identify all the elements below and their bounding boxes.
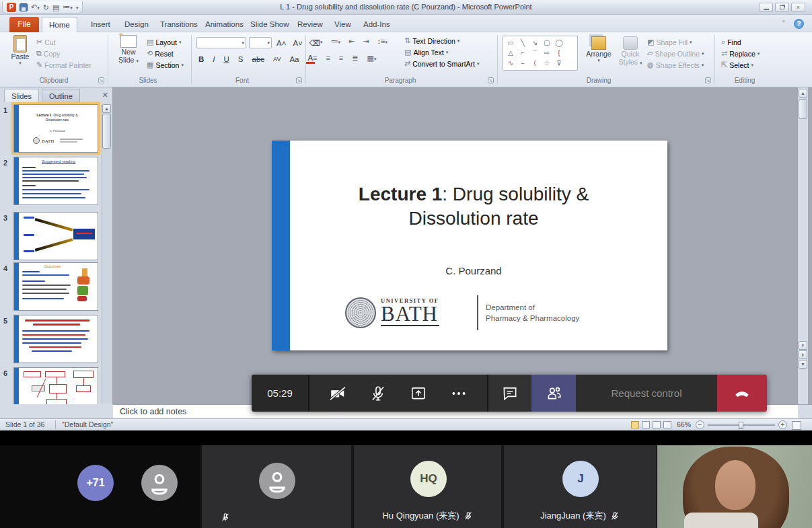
shape-curve-icon[interactable]: ⌒: [529, 48, 541, 58]
panel-close-icon[interactable]: ✕: [102, 91, 108, 100]
slides-panel-scrollbar[interactable]: ▲: [102, 104, 112, 404]
section-button[interactable]: ▦Section▾: [147, 59, 184, 71]
shape-line-icon[interactable]: ╲: [517, 38, 529, 48]
shape-scribble-icon[interactable]: ∿: [505, 58, 517, 68]
tab-review[interactable]: Review: [291, 17, 330, 32]
collapse-ribbon-icon[interactable]: ⌃: [781, 20, 789, 26]
participant-tile-overflow[interactable]: +71: [0, 445, 200, 528]
mic-off-icon[interactable]: [369, 385, 387, 402]
shape-triangle-icon[interactable]: △: [505, 48, 517, 58]
fit-to-window-icon[interactable]: [792, 421, 801, 430]
tab-transitions[interactable]: Transitions: [153, 17, 205, 32]
replace-button[interactable]: ⇌Replace▾: [721, 48, 760, 59]
quick-styles-button[interactable]: Quick Styles ▾: [616, 36, 644, 66]
shape-outline-button[interactable]: ▱Shape Outline▾: [647, 48, 704, 59]
shape-textbox-icon[interactable]: ▭: [505, 38, 517, 48]
shape-elbow-icon[interactable]: ⌐: [517, 48, 529, 58]
decrease-indent-icon[interactable]: ⇤: [347, 37, 356, 46]
shrink-font-button[interactable]: A˅: [291, 39, 304, 47]
close-button[interactable]: ×: [791, 3, 805, 12]
new-slide-button[interactable]: New Slide ▾: [113, 35, 144, 64]
columns-icon[interactable]: ▦▾: [365, 54, 377, 63]
arrange-button[interactable]: Arrange ▾: [583, 36, 615, 63]
align-left-icon[interactable]: ≡: [311, 54, 318, 63]
shape-arc-icon[interactable]: ⌢: [517, 58, 529, 68]
next-slide-icon[interactable]: ⇟: [799, 350, 807, 359]
scroll-thumb[interactable]: [799, 99, 807, 119]
shape-oval-icon[interactable]: ◯: [553, 38, 565, 48]
slide-canvas[interactable]: Lecture 1: Drug solubility & Dissolution…: [272, 141, 667, 350]
copy-button[interactable]: ⧉Copy: [36, 48, 91, 59]
shapes-gallery[interactable]: ▭ ╲ ↘ ▢ ◯ △ ⌐ ⌒ ⇨ { ∿ ⌢ ⟨ ☆ ⊽: [503, 36, 578, 71]
tab-add-ins[interactable]: Add-Ins: [357, 17, 397, 32]
panel-tab-outline[interactable]: Outline: [42, 89, 80, 102]
share-screen-icon[interactable]: [410, 385, 427, 402]
underline-button[interactable]: U: [222, 55, 231, 63]
minimize-button[interactable]: [759, 3, 773, 12]
slide-thumbnail-4[interactable]: Outcomes: [13, 262, 98, 311]
editor-scrollbar[interactable]: ▲ ⇞ ⇟ ▼: [797, 87, 808, 404]
participant-tile-unnamed[interactable]: [200, 445, 351, 528]
slide-thumbnail-2[interactable]: Suggested reading: [13, 157, 98, 205]
scroll-up-icon[interactable]: ▲: [799, 89, 807, 98]
find-button[interactable]: ⌕Find: [721, 36, 760, 48]
font-name-combo[interactable]: ▾: [196, 37, 246, 48]
slide-thumbnail-3[interactable]: [13, 212, 98, 260]
font-size-combo[interactable]: ▾: [249, 37, 272, 48]
request-control-button[interactable]: Request control: [576, 375, 717, 412]
slide-thumbnail-1[interactable]: Lecture 1: Drug solubility & Dissolution…: [13, 104, 98, 153]
paste-button[interactable]: Paste ▾: [7, 35, 34, 66]
line-spacing-icon[interactable]: ↕≡▾: [375, 37, 388, 46]
grow-font-button[interactable]: A˄: [274, 39, 288, 47]
slide-thumbnail-5[interactable]: [13, 315, 98, 363]
normal-view-icon[interactable]: [631, 421, 639, 428]
align-center-icon[interactable]: ≡: [324, 54, 331, 63]
zoom-slider-thumb[interactable]: [739, 422, 743, 429]
text-direction-button[interactable]: ⇅Text Direction▾: [404, 35, 480, 46]
slide-sorter-view-icon[interactable]: [642, 421, 650, 428]
tab-slide-show[interactable]: Slide Show: [244, 17, 296, 32]
font-dialog-launcher[interactable]: ↘: [296, 77, 302, 83]
panel-tab-slides[interactable]: Slides: [4, 89, 39, 102]
drawing-dialog-launcher[interactable]: ↘: [705, 77, 711, 83]
scroll-up-icon[interactable]: ▲: [102, 104, 111, 113]
shape-rectangle-icon[interactable]: ▢: [541, 38, 553, 48]
shapes-more-icon[interactable]: ⊽: [553, 58, 565, 68]
participant-avatar[interactable]: [141, 465, 178, 501]
restore-button[interactable]: [775, 3, 789, 12]
align-text-button[interactable]: ▤Align Text▾: [404, 46, 480, 58]
tab-file[interactable]: File: [9, 17, 39, 32]
text-shadow-button[interactable]: S: [236, 55, 246, 63]
overflow-count-badge[interactable]: +71: [77, 465, 114, 501]
help-icon[interactable]: ?: [794, 19, 804, 29]
bold-button[interactable]: B: [196, 55, 206, 63]
scroll-thumb[interactable]: [102, 114, 111, 149]
italic-button[interactable]: I: [211, 55, 217, 63]
zoom-in-icon[interactable]: +: [778, 420, 787, 429]
increase-indent-icon[interactable]: ⇥: [361, 37, 370, 46]
shape-effects-button[interactable]: ◍Shape Effects▾: [647, 59, 704, 71]
participant-video-tile[interactable]: [657, 445, 812, 528]
zoom-out-icon[interactable]: −: [696, 420, 704, 429]
shape-bracket-icon[interactable]: ⟨: [529, 58, 541, 68]
tab-animations[interactable]: Animations: [198, 17, 250, 32]
participant-tile-hu-qingyuan[interactable]: HQ Hu Qingyuan (来宾): [353, 445, 501, 528]
layout-button[interactable]: ▤Layout▾: [147, 36, 184, 48]
more-options-icon[interactable]: [450, 385, 468, 402]
character-spacing-button[interactable]: AV: [271, 56, 283, 63]
shape-arrow-icon[interactable]: ↘: [529, 38, 541, 48]
camera-off-icon[interactable]: [329, 385, 346, 402]
previous-slide-icon[interactable]: ⇞: [799, 341, 807, 350]
clipboard-dialog-launcher[interactable]: ↘: [98, 77, 104, 83]
shape-star-icon[interactable]: ☆: [541, 58, 553, 68]
paragraph-dialog-launcher[interactable]: ↘: [488, 77, 494, 83]
strikethrough-button[interactable]: abc: [250, 55, 267, 63]
participant-tile-jiangjuan[interactable]: J JiangJuan (来宾): [503, 445, 656, 528]
reading-view-icon[interactable]: [653, 421, 661, 428]
align-right-icon[interactable]: ≡: [338, 54, 344, 63]
slideshow-view-icon[interactable]: [663, 421, 671, 428]
shape-block-arrow-icon[interactable]: ⇨: [541, 48, 553, 58]
shape-fill-button[interactable]: ◩Shape Fill▾: [647, 36, 704, 48]
scroll-down-icon[interactable]: ▼: [799, 360, 807, 369]
tab-insert[interactable]: Insert: [84, 17, 117, 32]
